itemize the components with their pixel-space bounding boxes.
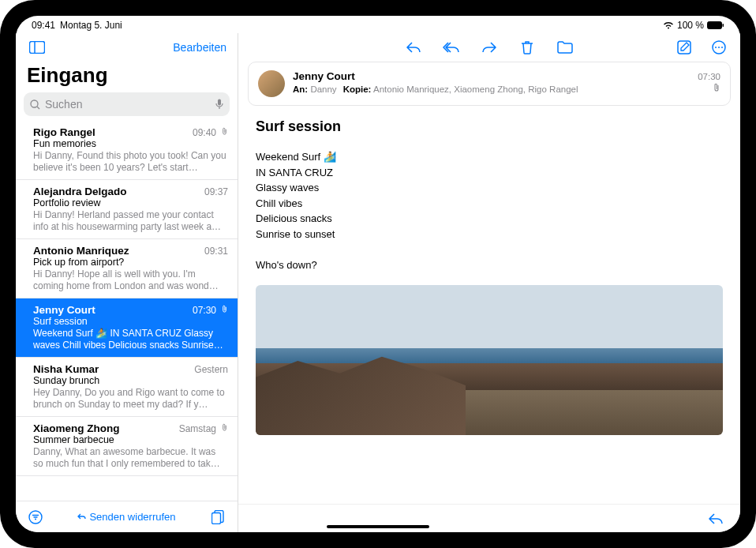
- home-indicator[interactable]: [327, 525, 429, 528]
- sidebar-toggle-icon[interactable]: [27, 37, 47, 58]
- attachment-icon: [221, 305, 228, 315]
- forward-icon[interactable]: [479, 37, 500, 58]
- msg-sender: Xiaomeng Zhong: [33, 422, 120, 434]
- msg-subject: Pick up from airport?: [33, 257, 228, 268]
- attachment-icon: [221, 423, 228, 434]
- reply-all-icon[interactable]: [441, 37, 462, 58]
- undo-send-button[interactable]: Senden widerrufen: [77, 511, 175, 523]
- msg-sender: Antonio Manriquez: [33, 245, 129, 257]
- svg-rect-11: [211, 512, 220, 524]
- mail-time: 07:30: [698, 72, 720, 81]
- msg-sender: Alejandra Delgado: [33, 186, 127, 197]
- msg-sender: Nisha Kumar: [33, 363, 99, 375]
- mail-attachment-image[interactable]: [256, 285, 723, 435]
- svg-rect-6: [218, 99, 221, 106]
- svg-point-15: [718, 47, 720, 48]
- mail-header: Jenny Court 07:30 An: Danny Kopie: Anton…: [248, 62, 731, 106]
- to-label: An:: [293, 84, 308, 94]
- msg-subject: Portfolio review: [33, 197, 228, 208]
- message-list: Rigo Rangel 09:40 Fun memories Hi Danny,…: [16, 121, 238, 501]
- compose-icon[interactable]: [674, 37, 694, 58]
- filter-icon[interactable]: [25, 507, 46, 527]
- wifi-icon: [663, 21, 674, 29]
- msg-preview: Hey Danny, Do you and Rigo want to come …: [33, 387, 228, 411]
- battery-icon: [707, 21, 724, 29]
- cc-label: Kopie:: [343, 84, 372, 94]
- svg-rect-0: [708, 22, 722, 29]
- msg-time: 07:30: [193, 305, 216, 316]
- svg-rect-1: [723, 24, 724, 27]
- detail-pane: •••: [238, 33, 740, 532]
- msg-preview: Hi Danny! Hope all is well with you. I'm…: [33, 268, 228, 292]
- folder-icon[interactable]: [555, 37, 575, 58]
- svg-line-5: [37, 107, 39, 109]
- message-item[interactable]: Xiaomeng Zhong Samstag Summer barbecue D…: [16, 417, 238, 476]
- status-time: 09:41: [32, 20, 55, 31]
- status-bar: 09:41 Montag 5. Juni 100 %: [16, 16, 740, 33]
- search-icon: [30, 99, 40, 110]
- svg-rect-2: [30, 42, 45, 54]
- msg-time: 09:37: [204, 186, 228, 197]
- message-item[interactable]: Jenny Court 07:30 Surf session Weekend S…: [16, 298, 238, 358]
- reply-icon[interactable]: [403, 37, 424, 58]
- inbox-title: Eingang: [16, 62, 238, 92]
- msg-preview: Weekend Surf 🏄 IN SANTA CRUZ Glassy wave…: [33, 328, 228, 351]
- more-icon[interactable]: [709, 37, 729, 58]
- msg-time: Gestern: [194, 364, 228, 375]
- msg-preview: Hi Danny! Herland passed me your contact…: [33, 209, 228, 233]
- undo-send-label: Senden widerrufen: [89, 511, 175, 523]
- quick-reply-icon[interactable]: [705, 509, 726, 529]
- msg-preview: Hi Danny, Found this photo you took! Can…: [33, 150, 228, 174]
- msg-subject: Surf session: [33, 316, 228, 327]
- from-name[interactable]: Jenny Court: [293, 70, 355, 82]
- svg-point-16: [721, 47, 723, 48]
- mail-body: Surf session Weekend Surf 🏄 IN SANTA CRU…: [238, 106, 740, 504]
- message-item[interactable]: Alejandra Delgado 09:37 Portfolio review…: [16, 180, 238, 239]
- mail-subject: Surf session: [256, 118, 723, 135]
- trash-icon[interactable]: [517, 37, 537, 58]
- search-input[interactable]: [45, 98, 211, 111]
- msg-preview: Danny, What an awesome barbecue. It was …: [33, 446, 228, 470]
- svg-point-4: [31, 100, 38, 107]
- message-item[interactable]: Nisha Kumar Gestern Sunday brunch Hey Da…: [16, 358, 238, 417]
- svg-point-14: [715, 47, 717, 48]
- svg-rect-12: [678, 41, 691, 54]
- message-item[interactable]: Rigo Rangel 09:40 Fun memories Hi Danny,…: [16, 121, 238, 180]
- status-date: Montag 5. Juni: [60, 20, 122, 31]
- attachment-icon: [221, 127, 228, 137]
- to-value[interactable]: Danny: [310, 84, 336, 94]
- mail-text: Weekend Surf 🏄 IN SANTA CRUZ Glassy wave…: [256, 149, 723, 272]
- avatar[interactable]: [258, 70, 285, 97]
- copy-icon[interactable]: [208, 507, 228, 527]
- msg-subject: Summer barbecue: [33, 434, 228, 445]
- msg-subject: Fun memories: [33, 138, 228, 149]
- edit-button[interactable]: Bearbeiten: [173, 41, 226, 54]
- message-item[interactable]: Antonio Manriquez 09:31 Pick up from air…: [16, 239, 238, 298]
- msg-subject: Sunday brunch: [33, 375, 228, 386]
- msg-time: Samstag: [179, 423, 216, 434]
- search-box[interactable]: [24, 92, 230, 116]
- sidebar: Bearbeiten Eingang Rigo Rangel 09:40 Fun…: [16, 33, 238, 532]
- msg-time: 09:40: [193, 127, 216, 138]
- attachment-icon[interactable]: [713, 83, 720, 94]
- msg-time: 09:31: [204, 246, 228, 257]
- msg-sender: Jenny Court: [33, 304, 95, 316]
- cc-value[interactable]: Antonio Manriquez, Xiaomeng Zhong, Rigo …: [373, 84, 578, 94]
- mic-icon[interactable]: [215, 99, 223, 110]
- battery-percent: 100 %: [677, 20, 704, 31]
- msg-sender: Rigo Rangel: [33, 126, 95, 138]
